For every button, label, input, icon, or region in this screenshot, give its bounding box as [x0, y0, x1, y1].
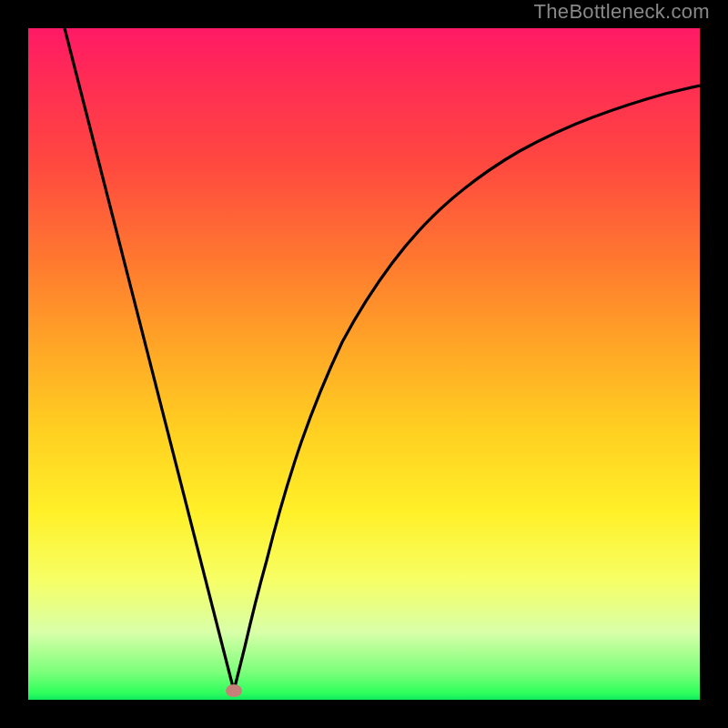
attribution-label: TheBottleneck.com — [534, 0, 710, 24]
bottleneck-curve — [28, 28, 700, 700]
chart-frame: TheBottleneck.com — [0, 0, 728, 728]
minimum-marker — [226, 684, 242, 697]
plot-area — [28, 28, 700, 700]
